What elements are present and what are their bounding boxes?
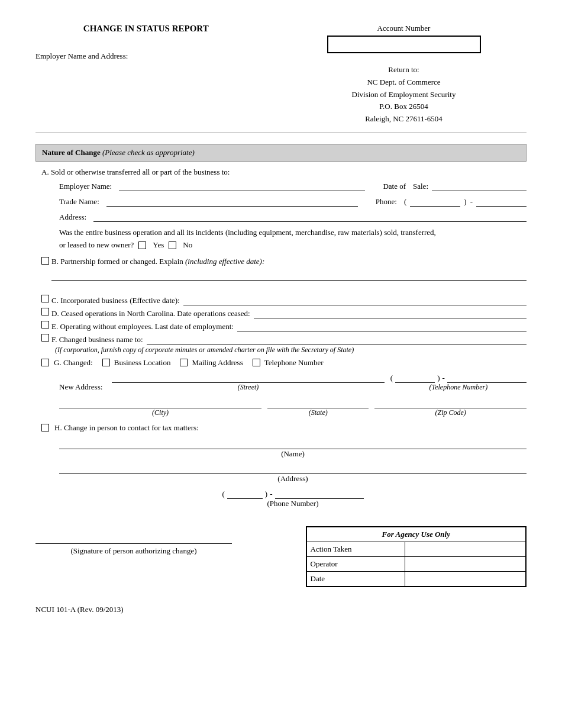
agency-use-title: For Agency Use Only	[307, 527, 526, 542]
telephone-italic-label: (Telephone Number)	[429, 383, 488, 392]
signature-input[interactable]	[35, 526, 232, 544]
h-phone-block: ( ) - (Phone Number)	[59, 488, 527, 508]
section-a-address-row: Address:	[59, 211, 527, 222]
business-location-label: Business Location	[114, 358, 171, 368]
new-address-row: New Address: (Street) ( ) - (Telephone N…	[59, 372, 527, 392]
agency-action-taken-value[interactable]	[405, 542, 525, 556]
h-phone-open: (	[222, 489, 224, 499]
address-input-a[interactable]	[93, 211, 527, 222]
mailing-address-label: Mailing Address	[192, 358, 243, 368]
phone-group: Phone: ( ) -	[376, 196, 527, 207]
agency-use-row-operator: Operator	[307, 557, 526, 572]
telephone-block: ( ) - (Telephone Number)	[390, 372, 527, 392]
h-phone-area-input[interactable]	[227, 488, 263, 499]
account-number-label: Account Number	[377, 24, 431, 33]
section-b-label: B. Partnership formed or changed. Explai…	[51, 257, 183, 266]
street-input[interactable]	[112, 372, 384, 383]
city-state-zip-row: (City) (State) (Zip Code)	[59, 398, 527, 417]
h-address-input[interactable]	[59, 463, 527, 474]
section-g-checkbox[interactable]	[41, 359, 49, 366]
h-name-label: (Name)	[281, 449, 305, 459]
section-b-input[interactable]	[51, 270, 527, 281]
section-e-checkbox[interactable]	[41, 321, 49, 328]
state-input[interactable]	[267, 398, 369, 408]
section-e: E. Operating without employees. Last dat…	[41, 321, 527, 331]
business-location-checkbox[interactable]	[102, 359, 110, 366]
phone-label: Phone:	[376, 197, 397, 207]
section-c-input[interactable]	[183, 295, 527, 305]
mailing-address-item: Mailing Address	[180, 358, 243, 368]
mailing-address-checkbox[interactable]	[180, 359, 188, 366]
zip-input[interactable]	[374, 398, 527, 408]
agency-date-value[interactable]	[405, 572, 525, 586]
tel-open: (	[390, 373, 393, 383]
business-location-item: Business Location	[102, 358, 171, 368]
section-d-checkbox[interactable]	[41, 308, 49, 315]
return-to-line5: Raleigh, NC 27611-6504	[352, 113, 456, 125]
bottom-section: (Signature of person authorizing change)…	[35, 526, 527, 587]
yes-checkbox[interactable]	[138, 241, 146, 249]
section-f-label: F. Changed business name to:	[51, 335, 143, 344]
phone-number-input[interactable]	[476, 196, 527, 207]
new-address-label: New Address:	[59, 382, 102, 392]
telephone-number-label: Telephone Number	[264, 358, 324, 368]
section-a: A. Sold or otherwise transferred all or …	[41, 167, 527, 251]
account-number-box[interactable]	[327, 36, 481, 53]
section-a-employer-date-row: Employer Name: Date of Sale:	[59, 181, 527, 191]
no-checkbox[interactable]	[169, 241, 176, 249]
trade-name-group: Trade Name:	[59, 196, 358, 207]
agency-use-box: For Agency Use Only Action Taken Operato…	[306, 526, 527, 587]
employer-name-address-label: Employer Name and Address:	[35, 51, 257, 61]
address-label-a: Address:	[59, 212, 86, 222]
state-block: (State)	[267, 398, 369, 417]
signature-block: (Signature of person authorizing change)	[35, 526, 232, 556]
trade-name-input[interactable]	[106, 196, 358, 207]
date-of-sale-input[interactable]	[432, 181, 527, 191]
no-label: No	[183, 239, 192, 251]
tel-area-input[interactable]	[395, 372, 435, 383]
section-f: F. Changed business name to: (If corpora…	[41, 334, 527, 355]
nature-of-change-sub: (Please check as appropriate)	[102, 148, 195, 157]
section-d-input[interactable]	[254, 308, 527, 318]
yes-label: Yes	[153, 239, 164, 251]
section-c-label: C. Incorporated business (Effective date…	[51, 296, 180, 305]
tel-number-input[interactable]	[447, 372, 527, 383]
employer-name-input[interactable]	[119, 181, 365, 191]
phone-open: (	[404, 197, 406, 207]
tel-close: )	[437, 373, 440, 383]
section-b-content: B. Partnership formed or changed. Explai…	[51, 257, 527, 283]
agency-date-label: Date	[307, 572, 405, 586]
form-number: NCUI 101-A (Rev. 09/2013)	[35, 605, 527, 614]
agency-use-row-date: Date	[307, 572, 526, 586]
nature-of-change-bold: Nature of Change	[42, 148, 101, 157]
city-input[interactable]	[59, 398, 261, 408]
telephone-number-checkbox[interactable]	[253, 359, 260, 366]
state-italic-label: (State)	[309, 408, 328, 417]
street-block: (Street)	[112, 372, 384, 392]
agency-action-taken-label: Action Taken	[307, 542, 405, 556]
section-b: B. Partnership formed or changed. Explai…	[41, 257, 527, 283]
section-f-checkbox[interactable]	[41, 334, 49, 342]
return-to-block: Return to: NC Dept. of Commerce Division…	[352, 64, 456, 125]
zip-block: (Zip Code)	[374, 398, 527, 417]
return-to-line2: NC Dept. of Commerce	[352, 76, 456, 89]
section-g: G. Changed: Business Location Mailing Ad…	[41, 358, 527, 417]
section-c-checkbox[interactable]	[41, 295, 49, 302]
phone-area-input[interactable]	[410, 196, 460, 207]
h-phone-number-input[interactable]	[275, 488, 364, 499]
section-e-label: E. Operating without employees. Last dat…	[51, 322, 234, 331]
street-italic-label: (Street)	[238, 383, 259, 392]
city-italic-label: (City)	[152, 408, 169, 417]
h-phone-hyphen: -	[270, 489, 272, 499]
h-name-input[interactable]	[59, 439, 527, 449]
employer-name-label: Employer Name:	[59, 182, 112, 191]
section-e-input[interactable]	[237, 321, 527, 331]
sale-label: Sale:	[413, 182, 428, 191]
section-b-checkbox[interactable]	[41, 257, 49, 265]
section-g-header: G. Changed: Business Location Mailing Ad…	[41, 358, 527, 368]
agency-operator-value[interactable]	[405, 557, 525, 571]
section-d: D. Ceased operations in North Carolina. …	[41, 308, 527, 318]
section-h-checkbox[interactable]	[41, 424, 49, 431]
section-f-input[interactable]	[147, 334, 527, 344]
signature-label: (Signature of person authorizing change)	[71, 546, 197, 556]
